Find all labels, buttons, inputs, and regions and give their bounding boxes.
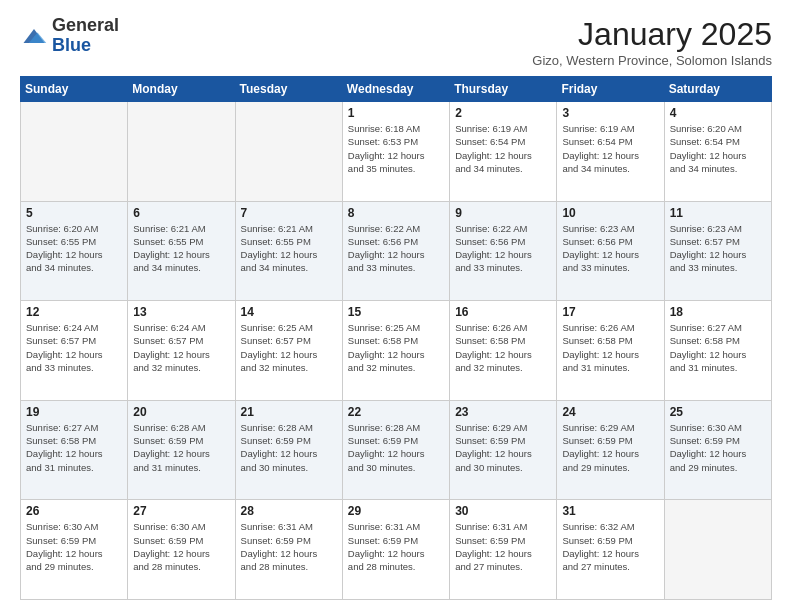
day-number: 31 <box>562 504 658 518</box>
day-info: Sunrise: 6:29 AMSunset: 6:59 PMDaylight:… <box>455 421 551 474</box>
day-info: Sunrise: 6:31 AMSunset: 6:59 PMDaylight:… <box>348 520 444 573</box>
day-info: Sunrise: 6:25 AMSunset: 6:57 PMDaylight:… <box>241 321 337 374</box>
day-cell: 15Sunrise: 6:25 AMSunset: 6:58 PMDayligh… <box>342 301 449 401</box>
col-header-sunday: Sunday <box>21 77 128 102</box>
title-block: January 2025 Gizo, Western Province, Sol… <box>532 16 772 68</box>
day-number: 6 <box>133 206 229 220</box>
day-cell: 2Sunrise: 6:19 AMSunset: 6:54 PMDaylight… <box>450 102 557 202</box>
day-number: 18 <box>670 305 766 319</box>
day-info: Sunrise: 6:20 AMSunset: 6:55 PMDaylight:… <box>26 222 122 275</box>
day-info: Sunrise: 6:28 AMSunset: 6:59 PMDaylight:… <box>133 421 229 474</box>
day-cell: 1Sunrise: 6:18 AMSunset: 6:53 PMDaylight… <box>342 102 449 202</box>
day-number: 11 <box>670 206 766 220</box>
day-number: 21 <box>241 405 337 419</box>
week-row-3: 12Sunrise: 6:24 AMSunset: 6:57 PMDayligh… <box>21 301 772 401</box>
day-info: Sunrise: 6:25 AMSunset: 6:58 PMDaylight:… <box>348 321 444 374</box>
day-number: 13 <box>133 305 229 319</box>
day-info: Sunrise: 6:27 AMSunset: 6:58 PMDaylight:… <box>670 321 766 374</box>
day-info: Sunrise: 6:22 AMSunset: 6:56 PMDaylight:… <box>455 222 551 275</box>
day-info: Sunrise: 6:28 AMSunset: 6:59 PMDaylight:… <box>241 421 337 474</box>
day-cell: 16Sunrise: 6:26 AMSunset: 6:58 PMDayligh… <box>450 301 557 401</box>
day-cell: 20Sunrise: 6:28 AMSunset: 6:59 PMDayligh… <box>128 400 235 500</box>
day-number: 28 <box>241 504 337 518</box>
day-cell: 30Sunrise: 6:31 AMSunset: 6:59 PMDayligh… <box>450 500 557 600</box>
col-header-tuesday: Tuesday <box>235 77 342 102</box>
day-info: Sunrise: 6:19 AMSunset: 6:54 PMDaylight:… <box>455 122 551 175</box>
day-info: Sunrise: 6:24 AMSunset: 6:57 PMDaylight:… <box>26 321 122 374</box>
day-info: Sunrise: 6:30 AMSunset: 6:59 PMDaylight:… <box>26 520 122 573</box>
day-number: 1 <box>348 106 444 120</box>
day-cell: 11Sunrise: 6:23 AMSunset: 6:57 PMDayligh… <box>664 201 771 301</box>
page: General Blue January 2025 Gizo, Western … <box>0 0 792 612</box>
day-number: 5 <box>26 206 122 220</box>
day-info: Sunrise: 6:31 AMSunset: 6:59 PMDaylight:… <box>241 520 337 573</box>
day-number: 7 <box>241 206 337 220</box>
day-cell: 27Sunrise: 6:30 AMSunset: 6:59 PMDayligh… <box>128 500 235 600</box>
day-cell: 26Sunrise: 6:30 AMSunset: 6:59 PMDayligh… <box>21 500 128 600</box>
logo-text: General Blue <box>52 16 119 56</box>
day-number: 14 <box>241 305 337 319</box>
day-cell: 21Sunrise: 6:28 AMSunset: 6:59 PMDayligh… <box>235 400 342 500</box>
location-subtitle: Gizo, Western Province, Solomon Islands <box>532 53 772 68</box>
day-info: Sunrise: 6:23 AMSunset: 6:57 PMDaylight:… <box>670 222 766 275</box>
logo-general-text: General <box>52 16 119 36</box>
day-number: 24 <box>562 405 658 419</box>
day-cell: 12Sunrise: 6:24 AMSunset: 6:57 PMDayligh… <box>21 301 128 401</box>
day-cell <box>128 102 235 202</box>
col-header-wednesday: Wednesday <box>342 77 449 102</box>
day-number: 4 <box>670 106 766 120</box>
col-header-friday: Friday <box>557 77 664 102</box>
day-info: Sunrise: 6:24 AMSunset: 6:57 PMDaylight:… <box>133 321 229 374</box>
day-number: 25 <box>670 405 766 419</box>
day-info: Sunrise: 6:29 AMSunset: 6:59 PMDaylight:… <box>562 421 658 474</box>
day-number: 29 <box>348 504 444 518</box>
day-info: Sunrise: 6:18 AMSunset: 6:53 PMDaylight:… <box>348 122 444 175</box>
day-info: Sunrise: 6:30 AMSunset: 6:59 PMDaylight:… <box>670 421 766 474</box>
day-number: 26 <box>26 504 122 518</box>
day-cell: 24Sunrise: 6:29 AMSunset: 6:59 PMDayligh… <box>557 400 664 500</box>
day-cell <box>235 102 342 202</box>
day-number: 16 <box>455 305 551 319</box>
day-info: Sunrise: 6:27 AMSunset: 6:58 PMDaylight:… <box>26 421 122 474</box>
logo-blue-text: Blue <box>52 36 119 56</box>
week-row-2: 5Sunrise: 6:20 AMSunset: 6:55 PMDaylight… <box>21 201 772 301</box>
day-info: Sunrise: 6:32 AMSunset: 6:59 PMDaylight:… <box>562 520 658 573</box>
day-cell: 25Sunrise: 6:30 AMSunset: 6:59 PMDayligh… <box>664 400 771 500</box>
day-cell: 18Sunrise: 6:27 AMSunset: 6:58 PMDayligh… <box>664 301 771 401</box>
day-cell: 5Sunrise: 6:20 AMSunset: 6:55 PMDaylight… <box>21 201 128 301</box>
day-cell: 8Sunrise: 6:22 AMSunset: 6:56 PMDaylight… <box>342 201 449 301</box>
day-number: 3 <box>562 106 658 120</box>
day-number: 10 <box>562 206 658 220</box>
day-header-row: SundayMondayTuesdayWednesdayThursdayFrid… <box>21 77 772 102</box>
day-info: Sunrise: 6:26 AMSunset: 6:58 PMDaylight:… <box>562 321 658 374</box>
day-number: 8 <box>348 206 444 220</box>
day-info: Sunrise: 6:22 AMSunset: 6:56 PMDaylight:… <box>348 222 444 275</box>
day-cell: 6Sunrise: 6:21 AMSunset: 6:55 PMDaylight… <box>128 201 235 301</box>
col-header-monday: Monday <box>128 77 235 102</box>
day-number: 22 <box>348 405 444 419</box>
day-info: Sunrise: 6:28 AMSunset: 6:59 PMDaylight:… <box>348 421 444 474</box>
week-row-5: 26Sunrise: 6:30 AMSunset: 6:59 PMDayligh… <box>21 500 772 600</box>
day-info: Sunrise: 6:31 AMSunset: 6:59 PMDaylight:… <box>455 520 551 573</box>
week-row-4: 19Sunrise: 6:27 AMSunset: 6:58 PMDayligh… <box>21 400 772 500</box>
day-info: Sunrise: 6:21 AMSunset: 6:55 PMDaylight:… <box>241 222 337 275</box>
week-row-1: 1Sunrise: 6:18 AMSunset: 6:53 PMDaylight… <box>21 102 772 202</box>
day-cell: 10Sunrise: 6:23 AMSunset: 6:56 PMDayligh… <box>557 201 664 301</box>
day-cell: 4Sunrise: 6:20 AMSunset: 6:54 PMDaylight… <box>664 102 771 202</box>
day-info: Sunrise: 6:20 AMSunset: 6:54 PMDaylight:… <box>670 122 766 175</box>
header: General Blue January 2025 Gizo, Western … <box>20 16 772 68</box>
day-info: Sunrise: 6:30 AMSunset: 6:59 PMDaylight:… <box>133 520 229 573</box>
day-number: 30 <box>455 504 551 518</box>
day-number: 9 <box>455 206 551 220</box>
day-cell: 19Sunrise: 6:27 AMSunset: 6:58 PMDayligh… <box>21 400 128 500</box>
day-cell: 3Sunrise: 6:19 AMSunset: 6:54 PMDaylight… <box>557 102 664 202</box>
day-number: 2 <box>455 106 551 120</box>
calendar-table: SundayMondayTuesdayWednesdayThursdayFrid… <box>20 76 772 600</box>
day-cell: 23Sunrise: 6:29 AMSunset: 6:59 PMDayligh… <box>450 400 557 500</box>
day-cell: 28Sunrise: 6:31 AMSunset: 6:59 PMDayligh… <box>235 500 342 600</box>
day-cell: 31Sunrise: 6:32 AMSunset: 6:59 PMDayligh… <box>557 500 664 600</box>
month-title: January 2025 <box>532 16 772 53</box>
day-number: 17 <box>562 305 658 319</box>
logo: General Blue <box>20 16 119 56</box>
col-header-thursday: Thursday <box>450 77 557 102</box>
